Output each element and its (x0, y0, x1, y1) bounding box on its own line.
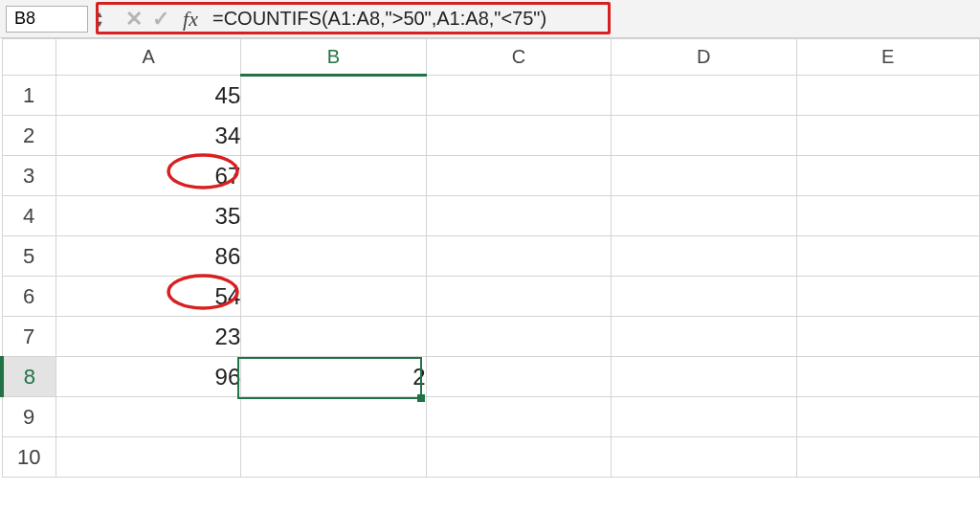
cell-A10[interactable] (56, 437, 240, 478)
fx-icon[interactable]: fx (174, 7, 207, 32)
cell-B4[interactable] (241, 196, 426, 236)
column-header-B[interactable]: B (241, 39, 426, 76)
cell-C2[interactable] (426, 116, 611, 156)
column-header-D[interactable]: D (612, 39, 796, 76)
cell-D10[interactable] (612, 437, 796, 478)
column-header-A[interactable]: A (56, 39, 240, 76)
cancel-icon[interactable]: ✕ (121, 7, 147, 32)
cell-E4[interactable] (796, 196, 979, 236)
cell-B7[interactable] (241, 317, 426, 357)
row-header-6[interactable]: 6 (2, 277, 56, 317)
cell-C5[interactable] (426, 236, 611, 277)
cell-D9[interactable] (612, 397, 796, 437)
column-header-E[interactable]: E (796, 39, 979, 76)
enter-icon[interactable]: ✓ (147, 7, 174, 32)
formula-bar: B8 ▲ ▼ ✕ ✓ fx (0, 0, 980, 38)
cell-D1[interactable] (612, 76, 796, 116)
cell-B9[interactable] (241, 397, 426, 437)
cell-D3[interactable] (612, 156, 796, 196)
cell-D4[interactable] (612, 196, 796, 236)
cell-C7[interactable] (426, 317, 611, 357)
cell-A5[interactable]: 86 (56, 236, 240, 277)
cell-D5[interactable] (612, 236, 796, 277)
cell-A8[interactable]: 96 (56, 357, 240, 397)
cell-E8[interactable] (796, 357, 979, 397)
cell-A1[interactable]: 45 (56, 76, 240, 116)
cell-B5[interactable] (241, 236, 426, 277)
select-all-corner[interactable] (2, 39, 56, 76)
cell-E3[interactable] (796, 156, 979, 196)
name-box[interactable]: B8 (6, 6, 88, 33)
cell-B1[interactable] (241, 76, 426, 116)
cell-A3[interactable]: 67 (56, 156, 240, 196)
cell-C3[interactable] (426, 156, 611, 196)
spinner-up-icon[interactable]: ▲ (92, 10, 107, 19)
row-header-1[interactable]: 1 (2, 76, 56, 116)
row-header-3[interactable]: 3 (2, 156, 56, 196)
cell-B10[interactable] (241, 437, 426, 478)
cell-A6[interactable]: 54 (56, 277, 240, 317)
cell-B6[interactable] (241, 277, 426, 317)
cell-C9[interactable] (426, 397, 611, 437)
cell-D6[interactable] (612, 277, 796, 317)
cell-E7[interactable] (796, 317, 979, 357)
cell-E5[interactable] (796, 236, 979, 277)
row-header-10[interactable]: 10 (2, 437, 56, 478)
cell-B2[interactable] (241, 116, 426, 156)
formula-input[interactable] (207, 6, 974, 33)
row-header-8[interactable]: 8 (2, 357, 56, 397)
cell-C6[interactable] (426, 277, 611, 317)
cell-D2[interactable] (612, 116, 796, 156)
cell-C10[interactable] (426, 437, 611, 478)
spinner-down-icon[interactable]: ▼ (92, 19, 107, 29)
row-header-9[interactable]: 9 (2, 397, 56, 437)
cell-E1[interactable] (796, 76, 979, 116)
cell-E10[interactable] (796, 437, 979, 478)
spreadsheet-grid: A B C D E 1 45 2 34 3 67 4 35 5 86 6 54 … (0, 38, 980, 478)
cell-C8[interactable] (426, 357, 611, 397)
cell-B3[interactable] (241, 156, 426, 196)
cell-C4[interactable] (426, 196, 611, 236)
column-header-C[interactable]: C (426, 39, 611, 76)
cell-A4[interactable]: 35 (56, 196, 240, 236)
cell-B8[interactable]: 2 (241, 357, 426, 397)
name-box-spinner[interactable]: ▲ ▼ (92, 6, 107, 33)
name-box-value: B8 (14, 9, 35, 29)
cell-D8[interactable] (612, 357, 796, 397)
cell-E6[interactable] (796, 277, 979, 317)
cell-D7[interactable] (612, 317, 796, 357)
row-header-2[interactable]: 2 (2, 116, 56, 156)
row-header-7[interactable]: 7 (2, 317, 56, 357)
fill-handle[interactable] (417, 394, 425, 402)
cell-A7[interactable]: 23 (56, 317, 240, 357)
cell-E9[interactable] (796, 397, 979, 437)
row-header-4[interactable]: 4 (2, 196, 56, 236)
cell-C1[interactable] (426, 76, 611, 116)
cell-A2[interactable]: 34 (56, 116, 240, 156)
cell-A9[interactable] (56, 397, 240, 437)
cell-E2[interactable] (796, 116, 979, 156)
row-header-5[interactable]: 5 (2, 236, 56, 277)
